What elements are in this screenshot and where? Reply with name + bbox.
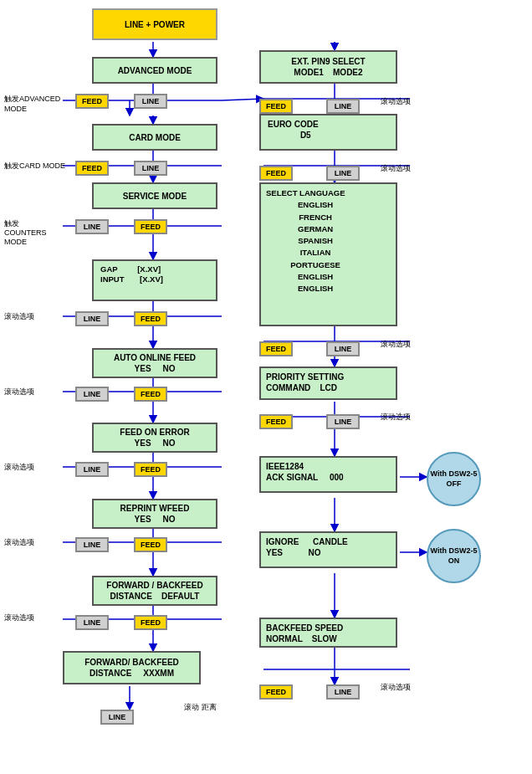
feed-btn-gap[interactable]: FEED [134,311,167,326]
feed-btn-backfeed[interactable]: FEED [259,684,293,700]
scroll-label-gap: 滚动选项 [4,311,34,322]
line-btn-forward[interactable]: LINE [75,615,109,630]
select-language-box: SELECT LANGUAGE ENGLISH FRENCH GERMAN SP… [259,182,397,326]
trigger-advanced-label: 触发ADVANCED MODE [4,94,63,113]
line-btn-card[interactable]: LINE [134,161,167,176]
scroll-label-reprint: 滚动选项 [4,537,34,548]
dsw-off-circle: With DSW2-5 OFF [427,452,481,506]
feed-btn-card[interactable]: FEED [75,161,109,176]
line-btn-backfeed[interactable]: LINE [326,684,360,700]
backfeed-speed-box: BACKFEED SPEEDNORMAL SLOW [259,618,397,648]
euro-code-box: EURO CODE D5 [259,114,397,151]
feed-btn-auto[interactable]: FEED [134,387,167,402]
line-btn-gap[interactable]: LINE [75,311,109,326]
line-btn-feedonerror[interactable]: LINE [75,462,109,477]
line-btn-selectlang[interactable]: LINE [326,341,360,356]
gap-input-box: GAP [X.XV] INPUT [X.XV] [92,259,217,301]
feed-btn-reprint[interactable]: FEED [134,537,167,552]
svg-line-48 [222,99,263,100]
ieee1284-box: IEEE1284ACK SIGNAL 000 [259,456,397,493]
feed-btn-advanced[interactable]: FEED [75,94,109,109]
feed-btn-eurocode[interactable]: FEED [259,166,293,181]
scroll-label-extpin9: 滚动选项 [381,96,411,107]
scroll-label-priority: 滚动选项 [381,412,411,423]
forward-backfeed-xxxmm-box: FORWARD/ BACKFEEDDISTANCE XXXMM [63,651,201,684]
dsw-on-circle: With DSW2-5 ON [427,529,481,583]
priority-setting-box: PRIORITY SETTINGCOMMAND LCD [259,366,397,400]
scroll-label-auto: 滚动选项 [4,387,34,397]
line-btn-bottom[interactable]: LINE [100,710,134,725]
scroll-label-feedonerror: 滚动选项 [4,462,34,473]
feed-btn-feedonerror[interactable]: FEED [134,462,167,477]
scroll-label-eurocode: 滚动选项 [381,163,411,174]
feed-on-error-box: FEED ON ERRORYES NO [92,423,217,453]
reprint-wfeed-box: REPRINT WFEEDYES NO [92,499,217,529]
trigger-card-label: 触发CARD MODE [4,161,65,172]
feed-btn-forward[interactable]: FEED [134,615,167,630]
service-mode-box: SERVICE MODE [92,182,217,209]
line-btn-advanced[interactable]: LINE [134,94,167,109]
forward-backfeed-default-box: FORWARD / BACKFEEDDISTANCE DEFAULT [92,576,217,606]
ignore-candle-box: IGNORE CANDLEYES NO [259,531,397,568]
auto-online-box: AUTO ONLINE FEEDYES NO [92,348,217,378]
line-btn-reprint[interactable]: LINE [75,537,109,552]
trigger-counters-label: 触发COUNTERS MODE [4,219,59,246]
scroll-label-forward: 滚动选项 [4,613,34,623]
line-btn-eurocode[interactable]: LINE [326,166,360,181]
line-btn-auto[interactable]: LINE [75,387,109,402]
advanced-mode-box: ADVANCED MODE [92,57,217,84]
scroll-label-backfeed: 滚动选项 [381,682,411,693]
ext-pin9-box: EXT. PIN9 SELECTMODE1 MODE2 [259,50,397,84]
card-mode-box: CARD MODE [92,124,217,151]
line-btn-extpin9[interactable]: LINE [326,99,360,114]
line-btn-priority[interactable]: LINE [326,414,360,429]
feed-btn-priority[interactable]: FEED [259,414,293,429]
scroll-label-selectlang: 滚动选项 [381,339,411,350]
feed-btn-service[interactable]: FEED [134,219,167,234]
line-btn-service[interactable]: LINE [75,219,109,234]
line-power-box: LINE + POWER [92,8,217,40]
scroll-distance-label: 滚动 距离 [184,703,217,713]
feed-btn-selectlang[interactable]: FEED [259,341,293,356]
feed-btn-extpin9[interactable]: FEED [259,99,293,114]
diagram: LINE + POWER ADVANCED MODE 触发ADVANCED MO… [0,0,532,774]
